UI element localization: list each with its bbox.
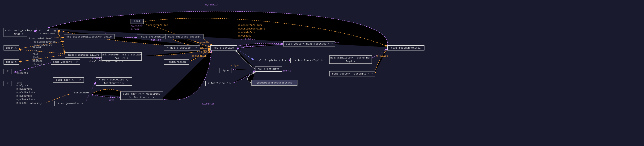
node-ptr-queuedisc: Ptr< QueueDisc > — [54, 101, 86, 106]
label-m-datadir-mname: m_dataDirm_name — [131, 24, 144, 31]
node-ns3-testrunnerimpl: ns3::TestRunnerImpl — [387, 45, 424, 50]
node-int64t: int64_t — [4, 45, 19, 50]
svg-line-0 — [34, 30, 36, 32]
node-map-KT: std::map< K, T > — [53, 77, 84, 83]
node-testcounter: TestCounter — [70, 90, 92, 95]
node-bool: bool — [130, 19, 144, 24]
node-type: Type — [220, 68, 232, 73]
node-std-string: std::string — [36, 28, 58, 33]
node-ns3-singleton-T: ns3::Singleton< T > — [254, 58, 289, 63]
label-line: line — [32, 58, 38, 61]
node-K: K — [4, 81, 12, 86]
diagram-container: std::basic_string<Char > std::string tim… — [0, 0, 644, 146]
node-uint32t: uint32_t — [27, 101, 46, 106]
node-time-point: time_point — [27, 36, 46, 41]
node-vec-testcasefailure: std::vector< ns3::TestCaseFailure > — [102, 52, 142, 61]
node-ns3-testcasefailure: ns3::TestCaseFailure — [65, 52, 103, 58]
node-T: T — [4, 69, 12, 74]
label-m-result: m_result — [197, 41, 208, 44]
label-m-counter: m_counter — [202, 103, 214, 105]
arrows-svg — [0, 0, 644, 146]
label-m-duration: m_duration — [192, 55, 206, 57]
node-ns3-testsuite: ns3::TestSuite — [255, 67, 282, 72]
label-elements-T: elements — [16, 72, 28, 75]
node-basic-string: std::basic_string<Char > — [4, 28, 34, 37]
label-childrenfailed: childrenFailed — [148, 24, 168, 27]
label-elements-vecT: elements — [32, 63, 44, 66]
node-queuedisc-traces-testcase: QueueDiscTracesTestCase — [252, 80, 298, 86]
node-map-ptr-queuedisc-testcounter: std::map< Ptr< QueueDisc>, TestCounter > — [120, 92, 163, 100]
label-m-children: m_children — [241, 38, 255, 41]
node-vec-ns3-testcase: std::vector< ns3::TestCase * > — [283, 41, 335, 46]
node-testrunnerimpl-param: < TestRunnerImpl > — [290, 58, 327, 63]
node-ns3-testcase-result: ns3::TestCase::Result — [165, 34, 204, 39]
label-elements-map: elements — [108, 96, 120, 99]
node-ns3-singleton-testrunnerimpl: ns3::Singleton< TestRunnerImpl > — [329, 55, 372, 64]
node-ns3-testcase-ptr: < ns3::TestCase * > — [164, 45, 200, 50]
label-m-parent: m_parent — [201, 51, 212, 53]
label-m-assert: m_assertOnFailurem_continueOnFailurem_up… — [238, 24, 265, 38]
node-testduration: TestDuration — [164, 59, 189, 65]
node-ns3-systemwallclockms-private: ns3::SystemWallClockMsPrivate — [64, 34, 114, 39]
label-m-tempdir: m_tempDir — [206, 3, 218, 6]
node-vec-T: std::vector< T > — [51, 59, 80, 65]
node-int32t: int32_t — [4, 59, 19, 65]
svg-line-6 — [58, 30, 65, 54]
label-m-suites: m_suites — [376, 55, 388, 57]
node-ns3-testcase: ns3::TestCase — [210, 45, 237, 50]
node-ptr-queuedisc-testcounter: < Ptr< QueueDisc >,TestCounter > — [96, 77, 132, 86]
label-elements-testcase: elements — [244, 45, 256, 48]
node-vec-testsuite: std::vector< TestSuite * > — [329, 71, 375, 76]
node-testsuite-ptr: < TestSuite * > — [206, 81, 233, 86]
label-m-type: m_type — [231, 64, 240, 67]
label-keys-map: keys — [108, 99, 114, 102]
